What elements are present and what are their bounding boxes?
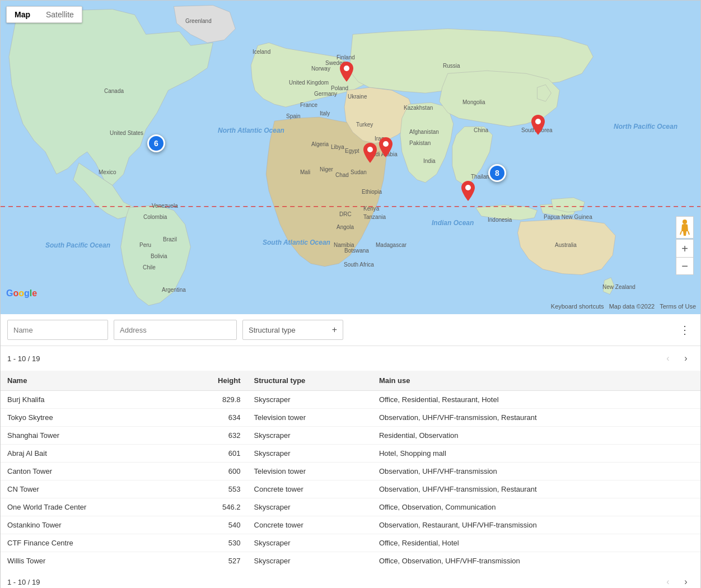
map-type-control[interactable]: Map Satellite bbox=[6, 6, 82, 23]
cell-height-1: 634 bbox=[178, 409, 247, 427]
map-label-colombia: Colombia bbox=[143, 213, 167, 221]
terms-of-use[interactable]: Terms of Use bbox=[660, 303, 696, 310]
map-label-canada: Canada bbox=[104, 87, 124, 95]
cell-name-4: Canton Tower bbox=[1, 463, 178, 480]
cell-structural-type-4: Television tower bbox=[247, 463, 372, 480]
street-view-person[interactable] bbox=[676, 216, 694, 239]
map-label-kazakhstan: Kazakhstan bbox=[404, 104, 433, 111]
map-label-iceland: Iceland bbox=[253, 48, 270, 55]
col-header-main-use: Main use bbox=[372, 371, 700, 391]
cluster-asia[interactable]: 8 bbox=[488, 164, 506, 182]
cell-name-0: Burj Khalifa bbox=[1, 391, 178, 409]
pin-middle-east[interactable] bbox=[363, 143, 377, 163]
cell-structural-type-8: Skyscraper bbox=[247, 534, 372, 552]
next-page-btn-top[interactable]: › bbox=[678, 351, 694, 366]
name-filter-input[interactable] bbox=[7, 320, 108, 340]
cell-name-1: Tokyo Skytree bbox=[1, 409, 178, 427]
map-type-map-btn[interactable]: Map bbox=[7, 7, 38, 22]
pin-iran[interactable] bbox=[379, 137, 392, 157]
col-header-name: Name bbox=[1, 371, 178, 391]
map-label-north-pacific: North Pacific Ocean bbox=[614, 123, 677, 132]
map-label-chad: Chad bbox=[335, 171, 349, 179]
map-label-indonesia: Indonesia bbox=[488, 216, 512, 223]
map-label-spain: Spain bbox=[286, 113, 301, 120]
map-label-turkey: Turkey bbox=[356, 121, 373, 128]
zoom-out-btn[interactable]: − bbox=[676, 257, 694, 275]
col-header-height: Height bbox=[178, 371, 247, 391]
pagination-nav-top: ‹ › bbox=[660, 351, 694, 366]
map-label-india: India bbox=[423, 157, 436, 165]
prev-page-btn-top[interactable]: ‹ bbox=[660, 351, 676, 366]
map-label-australia: Australia bbox=[555, 241, 577, 249]
cell-name-5: CN Tower bbox=[1, 480, 178, 498]
map-label-algeria: Algeria bbox=[311, 141, 329, 148]
map-label-argentina: Argentina bbox=[162, 286, 186, 293]
cell-height-8: 530 bbox=[178, 534, 247, 552]
map-label-angola: Angola bbox=[337, 223, 354, 231]
cell-main-use-7: Observation, Restaurant, UHF/VHF-transmi… bbox=[372, 516, 700, 534]
map-type-satellite-btn[interactable]: Satellite bbox=[38, 7, 82, 22]
map-label-south-pacific: South Pacific Ocean bbox=[45, 241, 110, 250]
map-label-tanzania: Tanzania bbox=[363, 213, 386, 221]
pagination-label-top: 1 - 10 / 19 bbox=[7, 354, 40, 363]
col-header-structural-type: Structural type bbox=[247, 371, 372, 391]
map-label-north-atlantic: North Atlantic Ocean bbox=[218, 127, 284, 136]
map-label-mongolia: Mongolia bbox=[462, 99, 485, 106]
address-filter-input[interactable] bbox=[114, 320, 237, 340]
pin-southeast-asia[interactable] bbox=[461, 181, 475, 201]
svg-point-7 bbox=[683, 220, 687, 224]
next-page-btn-bottom[interactable]: › bbox=[678, 574, 694, 588]
map-label-china: China bbox=[474, 127, 488, 134]
structural-type-filter[interactable]: Structural type + bbox=[242, 320, 343, 340]
cell-structural-type-6: Skyscraper bbox=[247, 498, 372, 516]
cell-structural-type-5: Concrete tower bbox=[247, 480, 372, 498]
map-label-bolivia: Bolivia bbox=[151, 253, 167, 260]
map-label-madagascar: Madagascar bbox=[376, 241, 406, 249]
svg-point-3 bbox=[367, 147, 373, 152]
map-label-united-kingdom: United Kingdom bbox=[289, 79, 329, 86]
map-label-poland: Poland bbox=[331, 85, 348, 92]
map-label-niger: Niger bbox=[320, 166, 333, 173]
cell-height-3: 601 bbox=[178, 445, 247, 463]
cell-height-6: 546.2 bbox=[178, 498, 247, 516]
map-label-ukraine: Ukraine bbox=[348, 93, 367, 100]
map-container[interactable]: Map Satellite GreenlandCanadaUnited Stat… bbox=[1, 1, 700, 314]
map-label-south-africa: South Africa bbox=[344, 261, 374, 268]
table-body: Burj Khalifa 829.8 Skyscraper Office, Re… bbox=[1, 391, 700, 570]
svg-point-5 bbox=[465, 185, 471, 190]
map-label-libya: Libya bbox=[331, 143, 344, 151]
cell-height-0: 829.8 bbox=[178, 391, 247, 409]
table-row: Canton Tower 600 Television tower Observ… bbox=[1, 463, 700, 480]
svg-point-2 bbox=[344, 66, 349, 71]
table-row: Burj Khalifa 829.8 Skyscraper Office, Re… bbox=[1, 391, 700, 409]
cluster-north-america[interactable]: 6 bbox=[147, 134, 165, 152]
map-label-drc: DRC bbox=[339, 211, 352, 218]
pin-japan[interactable] bbox=[531, 115, 545, 135]
prev-page-btn-bottom[interactable]: ‹ bbox=[660, 574, 676, 588]
pin-scandinavian[interactable] bbox=[340, 62, 353, 82]
cell-structural-type-3: Skyscraper bbox=[247, 445, 372, 463]
zoom-in-btn[interactable]: + bbox=[676, 239, 694, 257]
table-row: CN Tower 553 Concrete tower Observation,… bbox=[1, 480, 700, 498]
keyboard-shortcuts[interactable]: Keyboard shortcuts bbox=[551, 303, 604, 310]
data-table: Name Height Structural type Main use Bur… bbox=[1, 371, 700, 570]
cell-height-7: 540 bbox=[178, 516, 247, 534]
cell-structural-type-7: Concrete tower bbox=[247, 516, 372, 534]
zoom-controls[interactable]: + − bbox=[676, 239, 694, 275]
map-data-credit: Map data ©2022 bbox=[609, 303, 655, 310]
map-label-brazil: Brazil bbox=[163, 236, 177, 243]
map-label-peru: Peru bbox=[139, 241, 151, 249]
cell-main-use-0: Office, Residential, Restaurant, Hotel bbox=[372, 391, 700, 409]
cell-main-use-2: Residential, Observation bbox=[372, 427, 700, 445]
cell-structural-type-9: Skyscraper bbox=[247, 552, 372, 570]
map-label-egypt: Egypt bbox=[345, 147, 359, 155]
map-label-pakistan: Pakistan bbox=[409, 139, 431, 147]
map-label-norway: Norway bbox=[311, 65, 330, 72]
map-label-venezuela: Venezuela bbox=[152, 202, 178, 209]
map-label-kenya: Kenya bbox=[363, 205, 379, 212]
more-options-btn[interactable]: ⋮ bbox=[676, 321, 694, 339]
cell-main-use-1: Observation, UHF/VHF-transmission, Resta… bbox=[372, 409, 700, 427]
pagination-nav-bottom: ‹ › bbox=[660, 574, 694, 588]
add-filter-icon[interactable]: + bbox=[332, 325, 337, 335]
map-label-russia: Russia bbox=[443, 62, 460, 69]
